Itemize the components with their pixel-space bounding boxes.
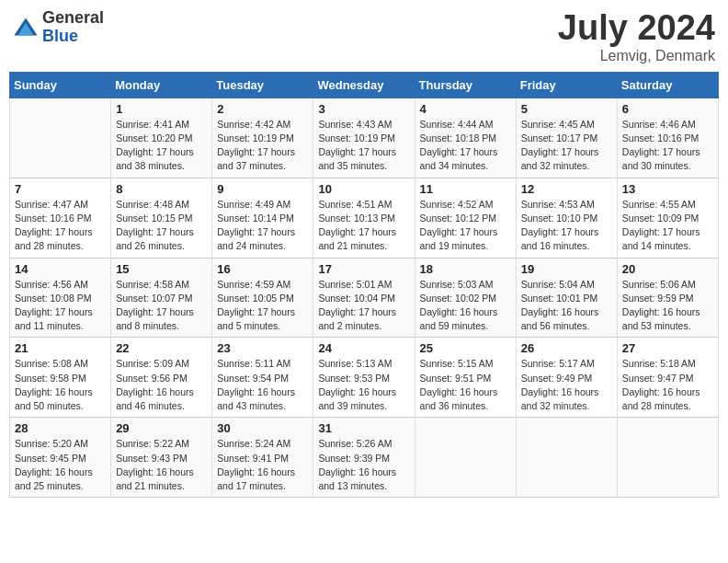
day-info: Sunrise: 5:15 AMSunset: 9:51 PMDaylight:… [420, 357, 511, 413]
calendar-cell [617, 418, 718, 498]
day-info: Sunrise: 5:13 AMSunset: 9:53 PMDaylight:… [318, 357, 409, 413]
day-info: Sunrise: 4:46 AMSunset: 10:16 PMDaylight… [622, 118, 713, 174]
day-info: Sunrise: 5:22 AMSunset: 9:43 PMDaylight:… [116, 437, 207, 493]
calendar-cell: 6Sunrise: 4:46 AMSunset: 10:16 PMDayligh… [617, 98, 718, 178]
calendar-table: SundayMondayTuesdayWednesdayThursdayFrid… [9, 72, 719, 498]
calendar-cell: 21Sunrise: 5:08 AMSunset: 9:58 PMDayligh… [10, 338, 111, 418]
day-number: 11 [420, 182, 511, 196]
day-number: 26 [521, 341, 612, 355]
calendar-cell: 22Sunrise: 5:09 AMSunset: 9:56 PMDayligh… [111, 338, 212, 418]
header-tuesday: Tuesday [212, 72, 313, 98]
calendar-cell: 15Sunrise: 4:58 AMSunset: 10:07 PMDaylig… [111, 258, 212, 338]
day-info: Sunrise: 5:24 AMSunset: 9:41 PMDaylight:… [217, 437, 308, 493]
calendar-header: SundayMondayTuesdayWednesdayThursdayFrid… [10, 72, 719, 98]
day-number: 9 [217, 182, 308, 196]
day-info: Sunrise: 4:44 AMSunset: 10:18 PMDaylight… [420, 118, 511, 174]
day-info: Sunrise: 4:41 AMSunset: 10:20 PMDaylight… [116, 118, 207, 174]
day-info: Sunrise: 4:58 AMSunset: 10:07 PMDaylight… [116, 278, 207, 334]
day-number: 24 [318, 341, 409, 355]
calendar-cell: 9Sunrise: 4:49 AMSunset: 10:14 PMDayligh… [212, 178, 313, 258]
logo-text: General Blue [42, 9, 104, 46]
day-number: 1 [116, 102, 207, 116]
day-number: 31 [318, 421, 409, 435]
day-number: 7 [15, 182, 106, 196]
header-friday: Friday [516, 72, 617, 98]
day-info: Sunrise: 4:47 AMSunset: 10:16 PMDaylight… [15, 198, 106, 254]
day-info: Sunrise: 5:08 AMSunset: 9:58 PMDaylight:… [15, 357, 106, 413]
title-block: July 2024 Lemvig, Denmark [558, 9, 715, 64]
day-number: 30 [217, 421, 308, 435]
day-number: 23 [217, 341, 308, 355]
logo-general: General [42, 9, 104, 28]
day-number: 29 [116, 421, 207, 435]
day-info: Sunrise: 5:18 AMSunset: 9:47 PMDaylight:… [622, 357, 713, 413]
calendar-cell: 14Sunrise: 4:56 AMSunset: 10:08 PMDaylig… [10, 258, 111, 338]
day-number: 4 [420, 102, 511, 116]
day-number: 6 [622, 102, 713, 116]
day-number: 14 [15, 262, 106, 276]
calendar-cell: 13Sunrise: 4:55 AMSunset: 10:09 PMDaylig… [617, 178, 718, 258]
logo-icon [13, 15, 39, 40]
calendar-cell: 7Sunrise: 4:47 AMSunset: 10:16 PMDayligh… [10, 178, 111, 258]
day-info: Sunrise: 5:03 AMSunset: 10:02 PMDaylight… [420, 278, 511, 334]
day-info: Sunrise: 4:43 AMSunset: 10:19 PMDaylight… [318, 118, 409, 174]
day-number: 25 [420, 341, 511, 355]
day-info: Sunrise: 4:52 AMSunset: 10:12 PMDaylight… [420, 198, 511, 254]
page-header: General Blue July 2024 Lemvig, Denmark [9, 9, 719, 64]
calendar-cell: 5Sunrise: 4:45 AMSunset: 10:17 PMDayligh… [516, 98, 617, 178]
week-row-4: 28Sunrise: 5:20 AMSunset: 9:45 PMDayligh… [10, 418, 719, 498]
week-row-1: 7Sunrise: 4:47 AMSunset: 10:16 PMDayligh… [10, 178, 719, 258]
day-info: Sunrise: 4:55 AMSunset: 10:09 PMDaylight… [622, 198, 713, 254]
calendar-cell [415, 418, 516, 498]
day-info: Sunrise: 4:49 AMSunset: 10:14 PMDaylight… [217, 198, 308, 254]
main-title: July 2024 [558, 9, 715, 48]
calendar-cell: 8Sunrise: 4:48 AMSunset: 10:15 PMDayligh… [111, 178, 212, 258]
day-number: 19 [521, 262, 612, 276]
header-row: SundayMondayTuesdayWednesdayThursdayFrid… [10, 72, 719, 98]
calendar-cell: 26Sunrise: 5:17 AMSunset: 9:49 PMDayligh… [516, 338, 617, 418]
calendar-cell: 11Sunrise: 4:52 AMSunset: 10:12 PMDaylig… [415, 178, 516, 258]
calendar-cell: 31Sunrise: 5:26 AMSunset: 9:39 PMDayligh… [313, 418, 415, 498]
calendar-cell: 4Sunrise: 4:44 AMSunset: 10:18 PMDayligh… [415, 98, 516, 178]
calendar-cell: 20Sunrise: 5:06 AMSunset: 9:59 PMDayligh… [617, 258, 718, 338]
header-thursday: Thursday [415, 72, 516, 98]
week-row-0: 1Sunrise: 4:41 AMSunset: 10:20 PMDayligh… [10, 98, 719, 178]
calendar-cell: 12Sunrise: 4:53 AMSunset: 10:10 PMDaylig… [516, 178, 617, 258]
header-saturday: Saturday [617, 72, 718, 98]
calendar-body: 1Sunrise: 4:41 AMSunset: 10:20 PMDayligh… [10, 98, 719, 497]
subtitle: Lemvig, Denmark [558, 48, 715, 64]
day-number: 28 [15, 421, 106, 435]
week-row-3: 21Sunrise: 5:08 AMSunset: 9:58 PMDayligh… [10, 338, 719, 418]
day-number: 16 [217, 262, 308, 276]
logo: General Blue [13, 9, 104, 46]
calendar-cell: 18Sunrise: 5:03 AMSunset: 10:02 PMDaylig… [415, 258, 516, 338]
calendar-cell [516, 418, 617, 498]
day-info: Sunrise: 5:17 AMSunset: 9:49 PMDaylight:… [521, 357, 612, 413]
calendar-cell: 24Sunrise: 5:13 AMSunset: 9:53 PMDayligh… [313, 338, 415, 418]
day-info: Sunrise: 4:45 AMSunset: 10:17 PMDaylight… [521, 118, 612, 174]
day-info: Sunrise: 4:51 AMSunset: 10:13 PMDaylight… [318, 198, 409, 254]
calendar-cell: 30Sunrise: 5:24 AMSunset: 9:41 PMDayligh… [212, 418, 313, 498]
calendar-cell: 28Sunrise: 5:20 AMSunset: 9:45 PMDayligh… [10, 418, 111, 498]
day-info: Sunrise: 5:09 AMSunset: 9:56 PMDaylight:… [116, 357, 207, 413]
calendar-cell: 1Sunrise: 4:41 AMSunset: 10:20 PMDayligh… [111, 98, 212, 178]
day-number: 2 [217, 102, 308, 116]
calendar-cell: 10Sunrise: 4:51 AMSunset: 10:13 PMDaylig… [313, 178, 415, 258]
header-wednesday: Wednesday [313, 72, 415, 98]
calendar-cell: 2Sunrise: 4:42 AMSunset: 10:19 PMDayligh… [212, 98, 313, 178]
day-number: 21 [15, 341, 106, 355]
week-row-2: 14Sunrise: 4:56 AMSunset: 10:08 PMDaylig… [10, 258, 719, 338]
calendar-cell [10, 98, 111, 178]
day-number: 18 [420, 262, 511, 276]
day-info: Sunrise: 4:42 AMSunset: 10:19 PMDaylight… [217, 118, 308, 174]
day-number: 12 [521, 182, 612, 196]
header-monday: Monday [111, 72, 212, 98]
day-info: Sunrise: 4:53 AMSunset: 10:10 PMDaylight… [521, 198, 612, 254]
day-number: 15 [116, 262, 207, 276]
day-info: Sunrise: 4:59 AMSunset: 10:05 PMDaylight… [217, 278, 308, 334]
calendar-cell: 23Sunrise: 5:11 AMSunset: 9:54 PMDayligh… [212, 338, 313, 418]
day-number: 13 [622, 182, 713, 196]
day-number: 5 [521, 102, 612, 116]
day-number: 3 [318, 102, 409, 116]
calendar-cell: 29Sunrise: 5:22 AMSunset: 9:43 PMDayligh… [111, 418, 212, 498]
